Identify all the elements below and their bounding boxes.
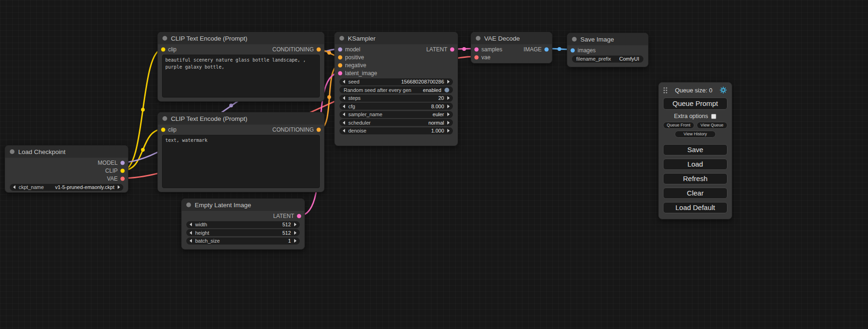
node-title-bar[interactable]: CLIP Text Encode (Prompt) <box>158 32 324 44</box>
load-button[interactable]: Load <box>663 159 727 170</box>
cfg-widget[interactable]: cfg 8.000 <box>339 103 453 110</box>
increment-arrow-icon[interactable] <box>447 80 450 84</box>
model-input-dot[interactable] <box>338 47 342 51</box>
sampler-name-widget[interactable]: sampler_name euler <box>339 111 453 118</box>
extra-options-checkbox[interactable] <box>711 114 716 119</box>
next-value-arrow-icon[interactable] <box>447 112 450 116</box>
latent-image-input-dot[interactable] <box>338 71 342 75</box>
node-save-image[interactable]: Save Image images filename_prefix ComfyU… <box>567 33 649 67</box>
filename-prefix-widget[interactable]: filename_prefix ComfyUI <box>572 56 643 63</box>
comfy-menu-panel[interactable]: Queue size: 0 Queue Prompt Extra options… <box>658 82 732 219</box>
view-history-button[interactable]: View History <box>675 131 716 138</box>
batch-size-widget[interactable]: batch_size 1 <box>186 238 300 245</box>
ckpt-name-widget[interactable]: ckpt_name v1-5-pruned-emaonly.ckpt <box>10 184 123 191</box>
view-queue-button[interactable]: View Queue <box>697 122 728 129</box>
positive-input-dot[interactable] <box>338 55 342 59</box>
output-slot-vae: VAE <box>5 175 128 182</box>
increment-arrow-icon[interactable] <box>447 96 450 100</box>
decrement-arrow-icon[interactable] <box>190 239 192 243</box>
latent-output-dot[interactable] <box>297 214 301 218</box>
vae-output-dot[interactable] <box>120 176 125 181</box>
node-title-bar[interactable]: Empty Latent Image <box>182 199 304 211</box>
model-output-dot[interactable] <box>120 161 125 165</box>
node-title-bar[interactable]: CLIP Text Encode (Prompt) <box>158 112 324 125</box>
increment-arrow-icon[interactable] <box>294 239 296 243</box>
node-title-bar[interactable]: Load Checkpoint <box>5 146 128 158</box>
random-seed-toggle-widget[interactable]: Random seed after every gen enabled <box>339 86 453 93</box>
link-center-dot[interactable] <box>327 95 331 99</box>
drag-handle-icon[interactable] <box>663 87 668 93</box>
node-vae-decode[interactable]: VAE Decode samples IMAGE vae <box>471 32 552 63</box>
clip-input-dot[interactable] <box>161 127 165 132</box>
node-title-bar[interactable]: Save Image <box>567 33 648 45</box>
clip-output-dot[interactable] <box>120 168 125 173</box>
node-ksampler[interactable]: KSampler model LATENT positive negative … <box>334 32 458 146</box>
decrement-arrow-icon[interactable] <box>190 231 192 235</box>
widget-value: 8.000 <box>431 104 444 109</box>
positive-prompt-textarea[interactable]: beautiful scenery nature glass bottle la… <box>162 55 320 98</box>
increment-arrow-icon[interactable] <box>294 231 296 235</box>
menu-header: Queue size: 0 <box>663 85 727 97</box>
decrement-arrow-icon[interactable] <box>343 105 345 108</box>
input-label: latent_image <box>345 70 377 77</box>
width-widget[interactable]: width 512 <box>186 221 300 228</box>
negative-prompt-textarea[interactable]: text, watermark <box>162 135 320 188</box>
load-default-button[interactable]: Load Default <box>663 202 727 213</box>
height-widget[interactable]: height 512 <box>186 229 300 236</box>
node-empty-latent-image[interactable]: Empty Latent Image LATENT width 512 heig… <box>181 198 305 250</box>
increment-arrow-icon[interactable] <box>447 129 450 133</box>
widget-value: normal <box>428 120 444 126</box>
vae-input-dot[interactable] <box>474 55 479 59</box>
node-load-checkpoint[interactable]: Load Checkpoint MODEL CLIP VAE ckpt_name… <box>5 145 128 193</box>
link-center-dot[interactable] <box>229 104 233 107</box>
decrement-arrow-icon[interactable] <box>343 80 345 84</box>
output-label: CONDITIONING <box>272 126 314 133</box>
image-output-dot[interactable] <box>544 47 549 51</box>
comfyui-canvas[interactable]: Load Checkpoint MODEL CLIP VAE ckpt_name… <box>0 0 868 329</box>
seed-widget[interactable]: seed 156680208700286 <box>339 78 453 85</box>
save-button[interactable]: Save <box>663 144 727 155</box>
steps-widget[interactable]: steps 20 <box>339 95 453 102</box>
scheduler-widget[interactable]: scheduler normal <box>339 119 453 126</box>
negative-input-dot[interactable] <box>338 63 342 67</box>
decrement-arrow-icon[interactable] <box>190 223 192 226</box>
input-slot-latent-image: latent_image <box>335 69 458 77</box>
clip-input-dot[interactable] <box>161 47 165 51</box>
increment-arrow-icon[interactable] <box>294 223 296 226</box>
widget-label: seed <box>348 79 360 84</box>
decrement-arrow-icon[interactable] <box>343 129 345 133</box>
prev-value-arrow-icon[interactable] <box>13 185 15 189</box>
conditioning-output-dot[interactable] <box>317 127 321 132</box>
link-center-dot[interactable] <box>141 108 145 112</box>
denoise-widget[interactable]: denoise 1.000 <box>339 127 453 134</box>
node-clip-text-encode-positive[interactable]: CLIP Text Encode (Prompt) clip CONDITION… <box>157 32 325 102</box>
next-value-arrow-icon[interactable] <box>447 121 450 125</box>
decrement-arrow-icon[interactable] <box>343 96 345 100</box>
node-title-bar[interactable]: VAE Decode <box>471 32 552 44</box>
queue-size-label: Queue size: 0 <box>675 87 712 94</box>
increment-arrow-icon[interactable] <box>447 105 450 108</box>
clear-button[interactable]: Clear <box>663 188 727 199</box>
widget-value: 1 <box>288 238 291 244</box>
link-center-dot[interactable] <box>327 51 331 55</box>
prev-value-arrow-icon[interactable] <box>343 112 345 116</box>
clip-conditioning-slot-row: clip CONDITIONING <box>158 45 324 53</box>
output-label: CLIP <box>105 168 118 174</box>
node-title-bar[interactable]: KSampler <box>335 32 458 44</box>
toggle-indicator-icon[interactable] <box>445 88 449 92</box>
link-center-dot[interactable] <box>141 148 145 152</box>
link-center-dot[interactable] <box>557 47 561 51</box>
next-value-arrow-icon[interactable] <box>118 185 120 189</box>
node-title: KSampler <box>348 35 375 42</box>
queue-prompt-button[interactable]: Queue Prompt <box>663 98 727 110</box>
latent-output-dot[interactable] <box>450 47 454 51</box>
queue-front-button[interactable]: Queue Front <box>663 122 694 129</box>
images-input-dot[interactable] <box>571 48 575 52</box>
node-clip-text-encode-negative[interactable]: CLIP Text Encode (Prompt) clip CONDITION… <box>157 112 325 192</box>
link-center-dot[interactable] <box>462 47 466 51</box>
conditioning-output-dot[interactable] <box>317 47 321 51</box>
refresh-button[interactable]: Refresh <box>663 173 727 184</box>
samples-input-dot[interactable] <box>474 47 479 51</box>
settings-gear-icon[interactable] <box>720 86 727 94</box>
prev-value-arrow-icon[interactable] <box>343 121 345 125</box>
